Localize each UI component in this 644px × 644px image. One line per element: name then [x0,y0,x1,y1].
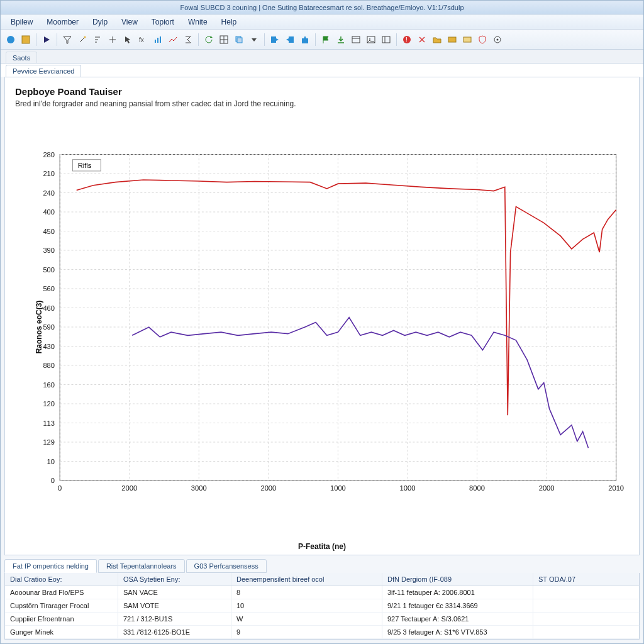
svg-text:1000: 1000 [330,484,346,492]
grid-cell [533,586,640,599]
grid-cell: W [231,613,382,625]
table-row[interactable]: Cupstörn Tirarager FrocalSAM VOTE109/21 … [5,599,639,613]
menu-dylp[interactable]: Dylp [86,16,114,28]
panel-tab-pevvice[interactable]: Pevvice Eevcianced [6,65,81,77]
bottom-tab-2[interactable]: G03 Perfcansensess [186,559,267,573]
svg-point-26 [369,38,370,40]
panel2-icon[interactable] [461,33,474,46]
filter-icon[interactable] [61,33,74,46]
chart-panel: Depboye Poand Tauiser Bred inl'de forgra… [4,77,640,555]
layout-icon[interactable] [380,33,392,46]
target-icon[interactable] [491,33,504,46]
toolbar-separator [315,33,316,46]
chart-subtitle: Bred inl'de forgrader and neaning pansia… [15,99,629,108]
refresh-icon[interactable] [203,33,215,46]
window-icon[interactable] [350,33,362,46]
expand-icon[interactable] [106,33,119,46]
menu-moomber[interactable]: Moomber [40,16,85,28]
col-1[interactable]: OSA Sytetien Eny: [118,573,231,586]
app-window: Fowal SUBCD 3 couning | One Suting Batar… [0,0,644,644]
download-icon[interactable] [335,33,347,46]
sort-icon[interactable] [91,33,104,46]
toolbar-separator [57,33,57,46]
col-4[interactable]: ST ODA/.07 [533,573,640,586]
svg-rect-19 [289,36,294,43]
col-3[interactable]: DfN Dergiom (IF-089 [382,573,533,586]
menu-bpilew[interactable]: Bpilew [4,16,39,28]
y-axis-label: Raonos eoC(3) [35,301,43,354]
menu-topiort[interactable]: Topiort [145,16,180,28]
table-row[interactable]: Aooounar Brad Flo/EPSSAN VACE83if-11 fet… [5,586,639,599]
wand-icon[interactable] [76,33,89,46]
grid-cell: 721 / 312-BU1S [118,613,231,625]
menubar: Bpilew Moomber Dylp View Topiort Wnite H… [1,14,643,30]
grid-cell [533,626,640,638]
fx-icon[interactable]: fx [136,33,149,46]
grid-cell: Cupstörn Tirarager Frocal [5,599,118,612]
svg-rect-7 [155,40,156,43]
svg-rect-15 [237,38,242,43]
grid-icon[interactable] [218,33,230,46]
toolbar-separator [198,33,199,46]
svg-text:160: 160 [43,381,55,389]
export-up-icon[interactable] [299,33,311,46]
export-left-icon[interactable] [269,33,281,46]
grid-cell: SAM VOTE [118,599,231,612]
grid-cell: 927 Tectauper A: S/3.0621 [382,613,533,625]
shield-icon[interactable] [476,33,489,46]
grid-cell: 331 /'812-6125-BO1E [118,626,231,638]
image-icon[interactable] [365,33,377,46]
grid-cell: 3if-11 fetauper A: 2006.8001 [382,586,533,599]
folder-icon[interactable] [431,33,443,46]
svg-text:!: ! [406,36,408,43]
bottom-tab-0[interactable]: Fat fP ompentics nelding [4,559,97,573]
warn-icon[interactable]: ! [401,33,413,46]
flag-icon[interactable] [319,33,332,46]
window-titlebar: Fowal SUBCD 3 couning | One Suting Batar… [1,1,643,14]
toolbar-separator [36,33,36,46]
save-icon[interactable] [19,33,32,46]
dropdown-icon[interactable] [248,33,260,46]
table-row[interactable]: Gunger Minek331 /'812-6125-BO1E99/25 3 f… [5,626,639,639]
svg-rect-21 [302,38,308,43]
svg-text:1000: 1000 [400,484,416,492]
toolbar-separator [396,33,397,46]
panel-tab-row: Saots [1,50,643,64]
chart-title: Depboye Poand Tauiser [15,86,629,97]
grid-cell: SAN VACE [118,586,231,599]
col-2[interactable]: Deenempensilent bireef ocol [231,573,382,586]
menu-wnite[interactable]: Wnite [182,16,214,28]
svg-rect-17 [271,36,276,43]
grid-header: Dial Cratioo Eoy: OSA Sytetien Eny: Deen… [5,573,639,586]
svg-text:129: 129 [43,438,55,446]
panel-icon[interactable] [446,33,458,46]
bottom-tab-1[interactable]: Rist Tepentalannolears [98,559,185,573]
svg-text:880: 880 [43,362,55,369]
menu-help[interactable]: Help [215,16,243,28]
grid-cell [533,599,640,612]
layers-icon[interactable] [233,33,245,46]
svg-marker-20 [286,38,289,41]
pointer-icon[interactable] [121,33,134,46]
svg-text:450: 450 [43,228,55,235]
cross-icon[interactable] [416,33,428,46]
x-axis-label: P-Featita (ne) [15,542,629,551]
sigma-icon[interactable] [182,33,194,46]
svg-rect-31 [448,37,456,42]
svg-text:390: 390 [43,247,55,254]
menu-view[interactable]: View [115,16,144,28]
chart-line-icon[interactable] [167,33,179,46]
play-icon[interactable] [40,33,53,46]
app-icon[interactable] [4,33,17,46]
grid-cell: 9 [231,626,382,638]
table-row[interactable]: Cuppiier Efroentrnan721 / 312-BU1SW927 T… [5,613,639,626]
toolbar: fx ! [1,30,643,50]
grid-cell: Gunger Minek [5,626,118,638]
panel-tab-saots[interactable]: Saots [6,52,37,64]
export-right-icon[interactable] [284,33,296,46]
chart-bar-icon[interactable] [152,33,164,46]
svg-text:3000: 3000 [191,484,207,492]
col-0[interactable]: Dial Cratioo Eoy: [5,573,118,586]
svg-text:460: 460 [43,304,55,312]
chart-svg: 2802102404004503905005604605904308801601… [15,114,629,540]
